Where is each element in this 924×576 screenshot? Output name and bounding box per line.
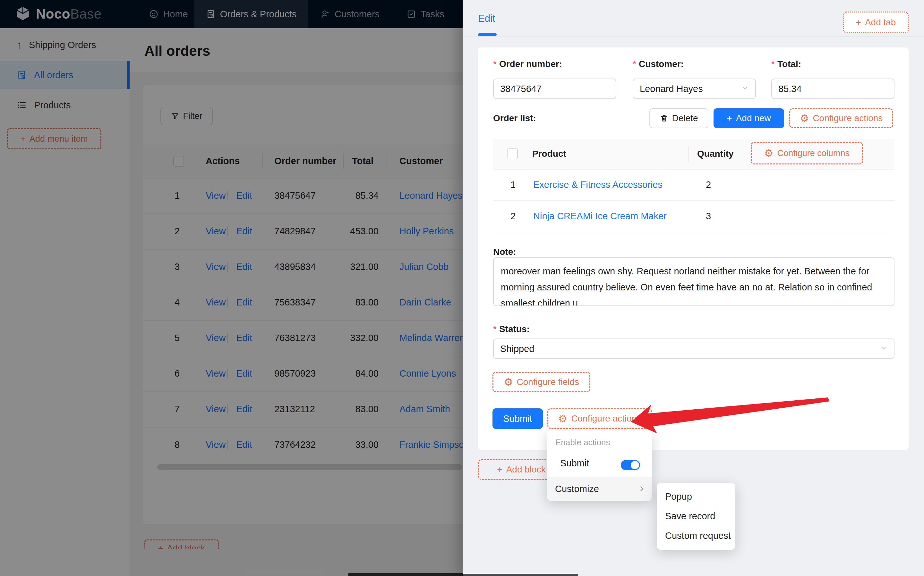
customize-label: Customize: [555, 477, 599, 501]
required-marker: *: [493, 324, 497, 334]
add-tab-button[interactable]: + Add tab: [843, 11, 909, 34]
chevron-right-icon: [637, 484, 646, 494]
field-label-text: Total:: [777, 59, 801, 69]
quantity-cell: 2: [706, 169, 711, 200]
submenu-item-save-record[interactable]: Save record: [657, 506, 735, 526]
menu-item-customize[interactable]: Customize: [547, 477, 652, 501]
chevron-down-icon: [880, 344, 887, 354]
plus-icon: +: [727, 113, 732, 123]
total-value: 85.34: [778, 84, 802, 94]
row-index: 2: [510, 200, 516, 232]
column-header-product: Product: [532, 139, 566, 169]
customer-value: Leonard Hayes: [640, 84, 703, 94]
note-textarea[interactable]: moreover man feelings own shy. Request n…: [493, 258, 895, 306]
tab-edit[interactable]: Edit: [478, 13, 495, 24]
customer-field-label: * Customer:: [633, 59, 684, 69]
menu-group-header: Enable actions: [555, 438, 610, 448]
total-field-label: * Total:: [771, 59, 801, 69]
gear-icon: ⚙: [800, 113, 809, 123]
gear-icon: ⚙: [558, 413, 568, 424]
tab-ink-bar: [478, 34, 497, 36]
order-list-row: 1 Exercise & Fitness Accessories 2: [493, 169, 895, 201]
status-field-label: * Status:: [493, 324, 530, 334]
submenu-item-custom-request[interactable]: Custom request: [657, 526, 735, 546]
column-divider: [688, 147, 689, 162]
order-list-label: Order list:: [493, 113, 536, 123]
red-annotation-arrow: [610, 385, 841, 449]
add-block-label: Add block: [506, 464, 546, 475]
configure-fields-label: Configure fields: [517, 377, 579, 387]
toggle-knob: [631, 461, 639, 469]
customize-submenu: Popup Save record Custom request: [657, 483, 735, 550]
product-link[interactable]: Exercise & Fitness Accessories: [533, 169, 663, 200]
configure-columns-button[interactable]: ⚙ Configure columns: [751, 142, 863, 165]
status-select[interactable]: Shipped: [493, 339, 895, 359]
clipped-bottom-content: [463, 574, 578, 576]
select-all-checkbox[interactable]: [507, 149, 518, 159]
plus-icon: +: [497, 464, 502, 475]
order-number-value: 38475647: [500, 84, 542, 94]
configure-columns-label: Configure columns: [777, 149, 850, 158]
required-marker: *: [633, 59, 636, 69]
field-label-text: Order number:: [499, 59, 562, 69]
submenu-item-popup[interactable]: Popup: [657, 487, 735, 506]
submit-button[interactable]: Submit: [492, 408, 543, 429]
submit-toggle[interactable]: [621, 460, 640, 470]
menu-item-submit[interactable]: Submit: [560, 458, 589, 469]
gear-icon: ⚙: [504, 377, 513, 387]
chevron-down-icon: [741, 84, 749, 94]
field-label-text: Note:: [493, 247, 516, 257]
order-list-header: Product Quantity ⚙ Configure columns: [493, 139, 895, 170]
configure-actions-button-orderlist[interactable]: ⚙ Configure actions: [789, 108, 893, 128]
submit-label: Submit: [503, 413, 532, 424]
field-label-text: Status:: [499, 324, 530, 334]
gear-icon: ⚙: [764, 148, 773, 158]
configure-fields-button[interactable]: ⚙ Configure fields: [492, 372, 590, 392]
order-list-row: 2 Ninja CREAMi Ice Cream Maker 3: [493, 200, 895, 232]
product-link[interactable]: Ninja CREAMi Ice Cream Maker: [533, 200, 667, 232]
column-header-quantity: Quantity: [697, 139, 734, 169]
plus-icon: +: [856, 17, 861, 27]
field-label-text: Order list:: [493, 113, 536, 123]
status-value: Shipped: [500, 344, 534, 354]
total-input[interactable]: 85.34: [771, 78, 895, 99]
add-tab-label: Add tab: [865, 17, 896, 27]
trash-icon: [660, 114, 668, 122]
order-number-field-label: * Order number:: [493, 59, 562, 69]
order-number-input[interactable]: 38475647: [493, 78, 616, 99]
tabbar-divider: [463, 36, 924, 37]
required-marker: *: [771, 59, 775, 69]
screen: NocoBase Home Orders & Products Customer…: [0, 0, 924, 576]
add-new-button[interactable]: + Add new: [714, 108, 784, 128]
quantity-cell: 3: [706, 200, 711, 232]
note-field-label: Note:: [493, 247, 516, 257]
delete-label: Delete: [672, 113, 698, 123]
delete-button[interactable]: Delete: [650, 108, 708, 128]
field-label-text: Customer:: [639, 59, 684, 69]
row-index: 1: [510, 169, 516, 200]
required-marker: *: [493, 59, 497, 69]
add-new-label: Add new: [736, 113, 771, 123]
drawer-mask[interactable]: [0, 0, 463, 576]
configure-actions-label: Configure actions: [813, 113, 882, 123]
customer-select[interactable]: Leonard Hayes: [633, 78, 756, 99]
